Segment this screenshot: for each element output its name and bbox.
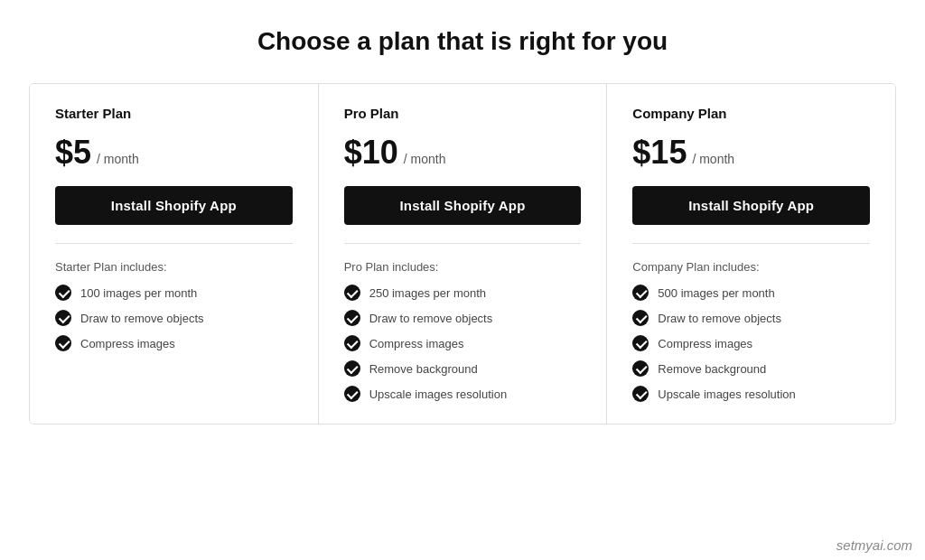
plan-price-starter: $5 [55, 134, 91, 172]
plan-price-pro: $10 [344, 134, 398, 172]
plan-period-starter: / month [97, 152, 139, 166]
feature-item-pro-3: Remove background [344, 360, 582, 377]
install-button-starter[interactable]: Install Shopify App [55, 186, 293, 225]
feature-item-starter-0: 100 images per month [55, 285, 293, 301]
check-icon-starter-2 [55, 335, 71, 351]
feature-text-pro-0: 250 images per month [369, 286, 486, 300]
feature-item-company-2: Compress images [632, 335, 870, 351]
feature-text-company-2: Compress images [658, 337, 752, 350]
check-icon-starter-0 [55, 285, 71, 301]
feature-item-company-0: 500 images per month [632, 285, 870, 301]
install-button-company[interactable]: Install Shopify App [632, 186, 870, 225]
check-icon-company-2 [632, 335, 649, 351]
includes-label-starter: Starter Plan includes: [55, 260, 293, 274]
feature-item-pro-2: Compress images [344, 335, 582, 351]
feature-text-pro-2: Compress images [369, 337, 464, 350]
feature-list-starter: 100 images per month Draw to remove obje… [55, 285, 293, 351]
check-icon-company-1 [632, 310, 649, 326]
includes-label-company: Company Plan includes: [632, 260, 870, 274]
page-title: Choose a plan that is right for you [257, 27, 668, 56]
plan-card-starter: Starter Plan $5 / month Install Shopify … [30, 84, 319, 424]
check-icon-company-0 [632, 285, 649, 301]
plan-card-company: Company Plan $15 / month Install Shopify… [607, 84, 895, 424]
plan-card-pro: Pro Plan $10 / month Install Shopify App… [319, 84, 608, 424]
check-icon-company-4 [632, 386, 649, 402]
plan-period-company: / month [692, 152, 734, 166]
divider-starter [55, 243, 293, 244]
feature-text-pro-3: Remove background [369, 362, 478, 376]
divider-pro [344, 243, 582, 244]
plan-period-pro: / month [404, 152, 446, 166]
feature-item-company-3: Remove background [632, 360, 870, 377]
feature-item-company-1: Draw to remove objects [632, 310, 870, 326]
plan-name-company: Company Plan [632, 106, 870, 121]
check-icon-pro-2 [344, 335, 360, 351]
check-icon-pro-3 [344, 360, 360, 377]
install-button-pro[interactable]: Install Shopify App [344, 186, 582, 225]
feature-text-company-0: 500 images per month [658, 286, 774, 300]
feature-list-pro: 250 images per month Draw to remove obje… [344, 285, 582, 402]
feature-item-starter-2: Compress images [55, 335, 293, 351]
feature-text-pro-1: Draw to remove objects [369, 312, 493, 325]
feature-text-company-3: Remove background [658, 362, 766, 376]
plan-price-row-company: $15 / month [632, 134, 870, 172]
check-icon-company-3 [632, 360, 649, 377]
feature-item-pro-1: Draw to remove objects [344, 310, 582, 326]
check-icon-pro-4 [344, 386, 360, 402]
divider-company [632, 243, 870, 244]
check-icon-pro-0 [344, 285, 360, 301]
watermark: setmyai.com [836, 537, 912, 553]
plan-name-starter: Starter Plan [55, 106, 293, 121]
plan-price-row-pro: $10 / month [344, 134, 582, 172]
feature-item-pro-4: Upscale images resolution [344, 386, 582, 402]
feature-text-starter-2: Compress images [80, 337, 175, 350]
includes-label-pro: Pro Plan includes: [344, 260, 582, 274]
plans-container: Starter Plan $5 / month Install Shopify … [29, 83, 896, 425]
feature-item-starter-1: Draw to remove objects [55, 310, 293, 326]
feature-text-company-4: Upscale images resolution [658, 387, 795, 401]
feature-text-starter-0: 100 images per month [80, 286, 197, 300]
feature-item-pro-0: 250 images per month [344, 285, 582, 301]
feature-text-pro-4: Upscale images resolution [369, 387, 507, 401]
check-icon-starter-1 [55, 310, 71, 326]
feature-list-company: 500 images per month Draw to remove obje… [632, 285, 870, 402]
feature-text-company-1: Draw to remove objects [658, 312, 781, 325]
feature-item-company-4: Upscale images resolution [632, 386, 870, 402]
check-icon-pro-1 [344, 310, 360, 326]
plan-price-company: $15 [632, 134, 687, 172]
plan-name-pro: Pro Plan [344, 106, 582, 121]
plan-price-row-starter: $5 / month [55, 134, 293, 172]
feature-text-starter-1: Draw to remove objects [80, 312, 204, 325]
